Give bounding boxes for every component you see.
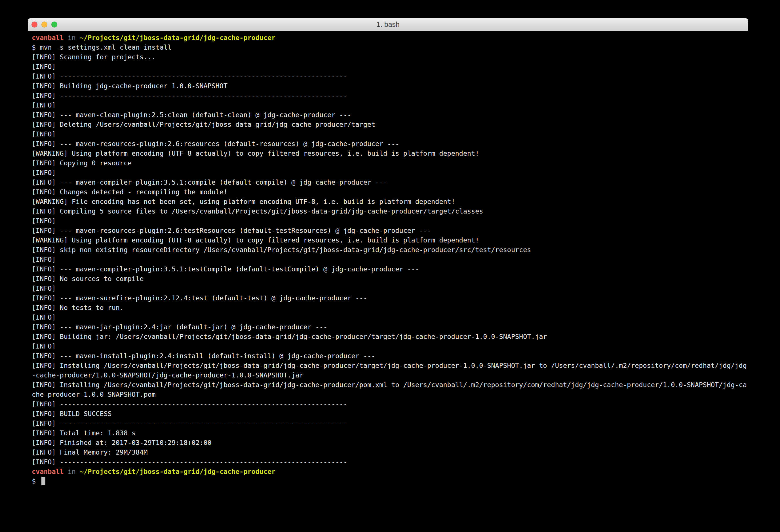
terminal-row: [INFO] <box>32 129 748 139</box>
prompt-separator: in <box>64 468 80 476</box>
prompt-separator: in <box>64 34 80 42</box>
terminal-row: [INFO] Compiling 5 source files to /User… <box>32 206 748 216</box>
terminal-window: 1. bash cvanball in ~/Projects/git/jboss… <box>28 18 748 532</box>
terminal-row: [INFO] --- maven-surefire-plugin:2.12.4:… <box>32 293 748 303</box>
terminal-row: [INFO] <box>32 62 748 71</box>
terminal-row: [INFO] Installing /Users/cvanball/Projec… <box>32 380 748 390</box>
terminal-row: [INFO] skip non existing resourceDirecto… <box>32 245 748 255</box>
terminal-row: che-producer-1.0.0-SNAPSHOT.pom <box>32 390 748 399</box>
prompt-row: cvanball in ~/Projects/git/jboss-data-gr… <box>32 33 748 43</box>
terminal-row: [INFO] <box>32 255 748 264</box>
terminal-row: [INFO] <box>32 216 748 226</box>
command-row: $ mvn -s settings.xml clean install <box>32 43 748 52</box>
terminal-row: [INFO] <box>32 168 748 178</box>
terminal-row: [INFO] Copying 0 resource <box>32 158 748 168</box>
desktop-background: 1. bash cvanball in ~/Projects/git/jboss… <box>0 0 780 532</box>
separator-row: [INFO] ---------------------------------… <box>32 399 748 409</box>
terminal-row: [INFO] Deleting /Users/cvanball/Projects… <box>32 120 748 129</box>
terminal-row: [INFO] Installing /Users/cvanball/Projec… <box>32 361 748 370</box>
terminal-row: [INFO] Building jar: /Users/cvanball/Pro… <box>32 332 748 341</box>
terminal-row: [INFO] No sources to compile <box>32 274 748 284</box>
cursor-row: $ <box>32 476 748 486</box>
separator-row: [INFO] ---------------------------------… <box>32 71 748 81</box>
prompt-path: ~/Projects/git/jboss-data-grid/jdg-cache… <box>80 34 276 42</box>
terminal-row: [WARNING] File encoding has not been set… <box>32 197 748 206</box>
terminal-row: [INFO] --- maven-jar-plugin:2.4:jar (def… <box>32 322 748 332</box>
separator-row: [INFO] ---------------------------------… <box>32 457 748 467</box>
terminal-row: [WARNING] Using platform encoding (UTF-8… <box>32 149 748 158</box>
window-titlebar[interactable]: 1. bash <box>28 18 748 31</box>
terminal-row: [INFO] Scanning for projects... <box>32 52 748 62</box>
terminal-row: [INFO] --- maven-compiler-plugin:3.5.1:c… <box>32 178 748 187</box>
terminal-row: [INFO] <box>32 341 748 351</box>
terminal-row: [INFO] <box>32 284 748 293</box>
terminal-output[interactable]: cvanball in ~/Projects/git/jboss-data-gr… <box>28 31 748 486</box>
cursor-prefix: $ <box>32 477 40 485</box>
terminal-row: [INFO] --- maven-compiler-plugin:3.5.1:t… <box>32 264 748 274</box>
prompt-user: cvanball <box>32 34 64 42</box>
terminal-row: [INFO] --- maven-resources-plugin:2.6:re… <box>32 139 748 149</box>
window-title: 1. bash <box>28 18 748 31</box>
terminal-row: [INFO] Finished at: 2017-03-29T10:29:18+… <box>32 438 748 447</box>
terminal-row: [INFO] --- maven-install-plugin:2.4:inst… <box>32 351 748 361</box>
terminal-row: [INFO] <box>32 312 748 322</box>
terminal-row: [INFO] No tests to run. <box>32 303 748 312</box>
separator-row: [INFO] ---------------------------------… <box>32 91 748 100</box>
separator-row: [INFO] ---------------------------------… <box>32 419 748 428</box>
terminal-row: [INFO] <box>32 100 748 110</box>
terminal-row: -cache-producer/1.0.0-SNAPSHOT/jdg-cache… <box>32 370 748 380</box>
terminal-cursor <box>41 477 45 485</box>
terminal-row: [INFO] Final Memory: 29M/384M <box>32 447 748 457</box>
prompt-path: ~/Projects/git/jboss-data-grid/jdg-cache… <box>80 468 276 476</box>
terminal-row: [WARNING] Using platform encoding (UTF-8… <box>32 235 748 245</box>
terminal-row: [INFO] Changes detected - recompiling th… <box>32 187 748 197</box>
terminal-row: [INFO] Building jdg-cache-producer 1.0.0… <box>32 81 748 91</box>
prompt-row: cvanball in ~/Projects/git/jboss-data-gr… <box>32 467 748 476</box>
terminal-row: [INFO] --- maven-resources-plugin:2.6:te… <box>32 226 748 235</box>
terminal-row: [INFO] BUILD SUCCESS <box>32 409 748 419</box>
prompt-user: cvanball <box>32 468 64 476</box>
terminal-row: [INFO] --- maven-clean-plugin:2.5:clean … <box>32 110 748 120</box>
terminal-row: [INFO] Total time: 1.838 s <box>32 428 748 438</box>
